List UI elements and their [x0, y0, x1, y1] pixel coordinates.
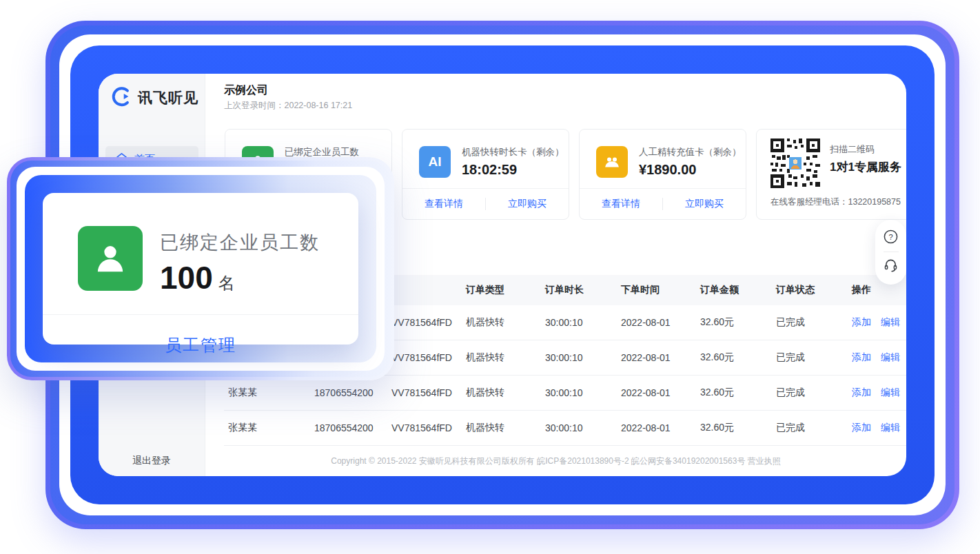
table-cell: 30:00:10 — [541, 376, 617, 410]
column-header: 订单时长 — [541, 275, 617, 305]
help-icon[interactable]: ? — [883, 229, 899, 247]
card-qr-service: 扫描二维码 1对1专属服务 在线客服经理电话：13220195875 — [756, 129, 906, 220]
row-actions: 添加编辑 — [848, 305, 906, 340]
employees-popup-card: 已绑定企业员工数 100名 员工管理 — [43, 193, 358, 345]
table-cell: VV781564fFD — [387, 411, 462, 445]
row-actions: 添加编辑 — [848, 376, 906, 410]
app-logo: 讯飞听见 — [111, 85, 198, 110]
card-value: ¥1890.00 — [639, 162, 742, 178]
table-cell: 机器快转 — [462, 305, 541, 340]
table-cell: 机器快转 — [462, 411, 541, 445]
table-cell: 机器快转 — [462, 376, 541, 410]
view-details-link[interactable]: 查看详情 — [402, 198, 486, 210]
table-cell: 30:00:10 — [541, 411, 617, 445]
help-pill: ? — [875, 220, 906, 285]
logo-text: 讯飞听见 — [138, 88, 198, 107]
popup-frame: 已绑定企业员工数 100名 员工管理 — [7, 157, 394, 380]
table-cell: 30:00:10 — [541, 305, 617, 340]
company-name: 示例公司 — [224, 83, 268, 98]
headset-icon[interactable] — [883, 257, 899, 276]
copyright-footer: Copyright © 2015-2022 安徽听见科技有限公司版权所有 皖IC… — [205, 455, 906, 467]
last-login-time: 上次登录时间：2022-08-16 17:21 — [224, 100, 352, 112]
column-header — [387, 275, 462, 305]
ear-logo-icon — [111, 85, 133, 110]
card-title: 人工精转充值卡（剩余） — [639, 146, 742, 158]
qr-code — [770, 138, 820, 191]
table-cell: 2022-08-01 — [617, 411, 696, 445]
column-header: 订单状态 — [772, 275, 848, 305]
popup-divider — [43, 314, 358, 315]
table-cell: 张某某 — [224, 411, 310, 445]
add-link[interactable]: 添加 — [852, 387, 871, 399]
table-cell: 32.60元 — [696, 411, 772, 445]
ai-icon: AI — [419, 146, 451, 178]
card-title: 机器快转时长卡（剩余） — [462, 146, 564, 158]
row-actions: 添加编辑 — [848, 340, 906, 375]
table-cell: 2022-08-01 — [617, 340, 696, 375]
edit-link[interactable]: 编辑 — [881, 316, 900, 329]
table-cell: 32.60元 — [696, 340, 772, 375]
table-cell: 2022-08-01 — [617, 376, 696, 410]
table-cell: 32.60元 — [696, 305, 772, 340]
table-cell: 30:00:10 — [541, 340, 617, 375]
people-icon — [596, 146, 628, 178]
buy-now-link[interactable]: 立即购买 — [486, 198, 569, 210]
person-icon — [78, 226, 143, 291]
view-details-link[interactable]: 查看详情 — [580, 198, 663, 210]
qr-subtitle: 1对1专属服务 — [830, 159, 901, 175]
table-cell: 已完成 — [772, 376, 848, 410]
table-cell: 18706554200 — [310, 411, 387, 445]
table-cell: 已完成 — [772, 411, 848, 445]
table-cell: 2022-08-01 — [617, 305, 696, 340]
popup-unit: 名 — [218, 274, 235, 292]
popup-frame-ring-2: 已绑定企业员工数 100名 员工管理 — [10, 161, 391, 377]
add-link[interactable]: 添加 — [852, 422, 871, 434]
card-manual-balance: 人工精转充值卡（剩余） ¥1890.00 查看详情 立即购买 — [579, 129, 746, 220]
popup-value: 100 — [160, 260, 213, 296]
popup-title: 已绑定企业员工数 — [160, 230, 320, 255]
popup-frame-ring-3: 已绑定企业员工数 100名 员工管理 — [17, 167, 385, 371]
logout-button[interactable]: 退出登录 — [99, 455, 205, 467]
service-phone: 在线客服经理电话：13220195875 — [770, 196, 901, 208]
table-cell: VV781564fFD — [387, 376, 462, 410]
table-cell: 已完成 — [772, 305, 848, 340]
table-cell: VV781564fFD — [387, 305, 462, 340]
column-header: 订单金额 — [696, 275, 772, 305]
pill-divider — [884, 252, 899, 252]
popup-frame-ring-4: 已绑定企业员工数 100名 员工管理 — [25, 175, 376, 362]
card-machine-time: AI 机器快转时长卡（剩余） 18:02:59 查看详情 立即购买 — [402, 129, 569, 220]
table-row: 张某某18706554200VV781564fFD机器快转30:00:10202… — [224, 411, 906, 446]
table-cell: 已完成 — [772, 340, 848, 375]
edit-link[interactable]: 编辑 — [881, 422, 900, 434]
table-cell: 张某某 — [224, 376, 310, 410]
column-header: 订单类型 — [462, 275, 541, 305]
buy-now-link[interactable]: 立即购买 — [663, 198, 746, 210]
table-row: 张某某18706554200VV781564fFD机器快转30:00:10202… — [224, 376, 906, 411]
edit-link[interactable]: 编辑 — [881, 351, 900, 364]
row-actions: 添加编辑 — [848, 411, 906, 445]
table-cell: VV781564fFD — [387, 340, 462, 375]
table-cell: 32.60元 — [696, 376, 772, 410]
svg-text:?: ? — [888, 233, 892, 241]
column-header: 下单时间 — [617, 275, 696, 305]
qr-title: 扫描二维码 — [830, 143, 901, 156]
table-cell: 18706554200 — [310, 376, 387, 410]
table-cell: 机器快转 — [462, 340, 541, 375]
add-link[interactable]: 添加 — [852, 316, 871, 329]
edit-link[interactable]: 编辑 — [881, 387, 900, 399]
employee-management-link[interactable]: 员工管理 — [43, 334, 358, 356]
add-link[interactable]: 添加 — [852, 351, 871, 364]
card-value: 18:02:59 — [462, 162, 564, 178]
